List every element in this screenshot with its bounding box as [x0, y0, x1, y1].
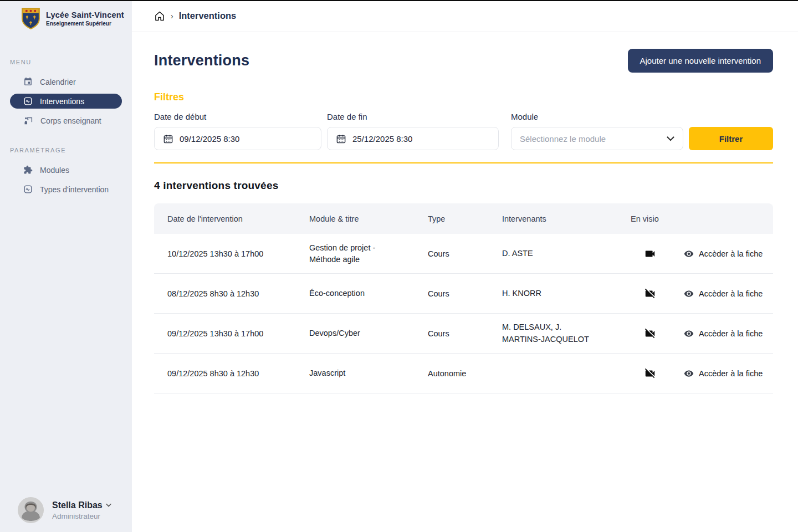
open-record-link[interactable]: Accèder à la fiche	[671, 369, 773, 378]
brand-subtitle: Enseignement Supérieur	[46, 21, 124, 27]
visio-status	[622, 288, 671, 300]
sidebar-item-corps-enseignant[interactable]: Corps enseignant	[10, 113, 122, 128]
col-visio: En visio	[622, 214, 671, 223]
open-record-link[interactable]: Accèder à la fiche	[671, 249, 773, 259]
intervention-type: Cours	[415, 249, 489, 258]
col-date: Date de l'intervention	[154, 214, 296, 223]
interventions-icon	[23, 96, 33, 106]
intervention-date: 09/12/2025 8h30 à 12h30	[154, 369, 296, 378]
results-count: 4 interventions trouvées	[154, 180, 773, 192]
col-module: Module & titre	[296, 214, 415, 223]
open-record-link[interactable]: Accèder à la fiche	[671, 289, 773, 299]
chevron-down-icon[interactable]	[106, 503, 111, 507]
date-end-value: 25/12/2025 8:30	[352, 134, 412, 144]
col-intervenants: Intervenants	[489, 214, 622, 223]
eye-icon	[684, 329, 694, 339]
calendar-icon	[23, 77, 33, 86]
user-menu[interactable]: Stella Ribas Administrateur	[18, 497, 111, 523]
table-header: Date de l'intervention Module & titre Ty…	[154, 203, 773, 234]
school-crest-logo	[21, 7, 40, 30]
breadcrumb-current: Interventions	[179, 11, 237, 21]
sidebar-item-calendrier[interactable]: Calendrier	[10, 74, 122, 89]
types-icon	[23, 185, 33, 194]
table-row: 10/12/2025 13h30 à 17h00 Gestion de proj…	[154, 234, 773, 274]
filters-divider	[154, 162, 773, 163]
intervention-type: Cours	[415, 329, 489, 338]
window-top-edge	[0, 0, 798, 1]
module-select-placeholder: Sélectionnez le module	[520, 134, 606, 144]
open-record-label: Accèder à la fiche	[699, 249, 763, 258]
videocam-off-icon	[644, 328, 656, 340]
intervention-date: 10/12/2025 13h30 à 17h00	[154, 249, 296, 258]
date-end-input[interactable]: 25/12/2025 8:30	[327, 127, 499, 150]
table-row: 09/12/2025 8h30 à 12h30 Javascript Auton…	[154, 354, 773, 393]
date-end-label: Date de fin	[327, 112, 499, 121]
videocam-on-icon	[644, 248, 656, 260]
videocam-off-icon	[644, 367, 656, 380]
calendar-input-icon	[336, 134, 346, 144]
sidebar-item-label: Corps enseignant	[40, 116, 101, 125]
user-role: Administrateur	[52, 512, 111, 520]
videocam-off-icon	[644, 288, 656, 300]
menu-section-label: MENU	[0, 59, 132, 65]
intervention-speakers: M. DELSAUX, J. MARTINS-JACQUELOT	[489, 321, 622, 345]
table-row: 08/12/2025 8h30 à 12h30 Éco-conception C…	[154, 274, 773, 314]
filters-row: Date de début 09/12/2025 8:30 Date de fi…	[154, 112, 773, 150]
visio-status	[622, 328, 671, 340]
teacher-icon	[23, 116, 33, 125]
open-record-link[interactable]: Accèder à la fiche	[671, 329, 773, 339]
sidebar-item-modules[interactable]: Modules	[10, 162, 122, 177]
add-intervention-button[interactable]: Ajouter une nouvelle intervention	[628, 49, 773, 73]
intervention-module: Gestion de projet - Méthode agile	[296, 242, 415, 265]
table-body: 10/12/2025 13h30 à 17h00 Gestion de proj…	[154, 234, 773, 393]
filter-button[interactable]: Filtrer	[689, 127, 773, 150]
settings-section-label: PARAMÉTRAGE	[0, 147, 132, 154]
visio-status	[622, 248, 671, 260]
sidebar: Lycée Saint-Vincent Enseignement Supérie…	[0, 0, 132, 532]
intervention-date: 09/12/2025 13h30 à 17h00	[154, 329, 296, 338]
brand: Lycée Saint-Vincent Enseignement Supérie…	[0, 0, 132, 30]
module-select[interactable]: Sélectionnez le module	[511, 127, 683, 150]
sidebar-item-label: Modules	[40, 166, 69, 175]
user-name: Stella Ribas	[52, 500, 103, 510]
page-title: Interventions	[154, 52, 249, 69]
intervention-type: Autonomie	[415, 369, 489, 378]
intervention-module: Éco-conception	[296, 288, 415, 299]
eye-icon	[684, 289, 694, 299]
sidebar-item-label: Interventions	[40, 97, 84, 106]
intervention-module: Javascript	[296, 367, 415, 378]
filters-heading: Filtres	[154, 91, 773, 103]
calendar-input-icon	[163, 134, 173, 144]
eye-icon	[684, 249, 694, 259]
puzzle-icon	[23, 165, 33, 175]
intervention-type: Cours	[415, 289, 489, 298]
col-type: Type	[415, 214, 489, 223]
sidebar-item-label: Calendrier	[40, 78, 76, 86]
sidebar-nav: MENU Calendrier Interventions Corps ense…	[0, 59, 132, 197]
date-start-input[interactable]: 09/12/2025 8:30	[154, 127, 321, 150]
sidebar-item-interventions[interactable]: Interventions	[10, 94, 122, 109]
table-row: 09/12/2025 13h30 à 17h00 Devops/Cyber Co…	[154, 314, 773, 354]
chevron-down-icon	[667, 136, 674, 141]
home-icon[interactable]	[154, 11, 165, 22]
intervention-module: Devops/Cyber	[296, 328, 415, 339]
date-start-value: 09/12/2025 8:30	[180, 134, 239, 144]
module-label: Module	[511, 112, 683, 121]
sidebar-item-types-intervention[interactable]: Types d'intervention	[10, 182, 122, 197]
intervention-date: 08/12/2025 8h30 à 12h30	[154, 289, 296, 298]
interventions-table: Date de l'intervention Module & titre Ty…	[154, 203, 773, 393]
breadcrumb-chevron-icon: ›	[171, 12, 173, 21]
breadcrumb: › Interventions	[132, 0, 798, 32]
intervention-speakers: D. ASTE	[489, 248, 622, 259]
brand-title: Lycée Saint-Vincent	[46, 11, 124, 19]
main-area: › Interventions Interventions Ajouter un…	[132, 0, 798, 532]
date-start-label: Date de début	[154, 112, 321, 121]
eye-icon	[684, 369, 694, 378]
open-record-label: Accèder à la fiche	[699, 329, 763, 338]
open-record-label: Accèder à la fiche	[699, 289, 763, 298]
intervention-speakers: H. KNORR	[489, 288, 622, 299]
open-record-label: Accèder à la fiche	[699, 369, 763, 378]
avatar	[18, 497, 44, 523]
sidebar-item-label: Types d'intervention	[40, 185, 109, 194]
visio-status	[622, 367, 671, 380]
